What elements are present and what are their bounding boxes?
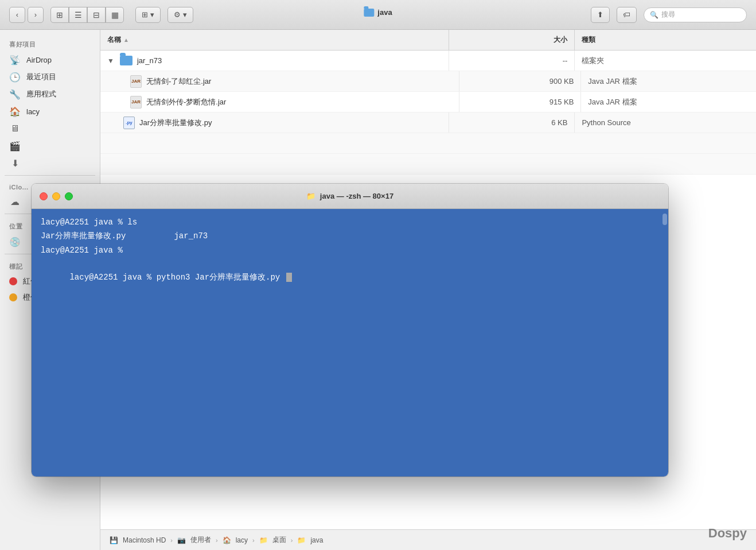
gallery-view-button[interactable]: ▦ — [106, 7, 124, 23]
sort-arrow: ▲ — [123, 37, 129, 43]
folder-icon — [364, 9, 374, 17]
orange-dot — [9, 293, 17, 301]
watermark-text: Dospy — [708, 526, 747, 540]
breadcrumb-users-icon: 📷 — [177, 536, 186, 544]
jar-icon-2: JAR — [130, 96, 142, 109]
settings-button[interactable]: ⚙ ▾ — [167, 7, 193, 23]
python-icon: .py — [123, 117, 135, 129]
sidebar-airdrop-label: AirDrop — [26, 56, 52, 64]
file-name-label: jar_n73 — [137, 56, 162, 65]
breadcrumb-sep-2: › — [216, 537, 218, 544]
forward-button[interactable]: › — [28, 7, 44, 23]
recents-icon: 🕒 — [9, 71, 21, 83]
breadcrumb-lacy: lacy — [236, 536, 248, 544]
minimize-button[interactable] — [52, 192, 60, 200]
breadcrumb-macintosh: Macintosh HD — [123, 536, 166, 544]
col-header-size[interactable]: 大小 — [449, 30, 575, 50]
terminal-line-4: lacy@A2251 java % python3 Jar分辨率批量修改.py — [41, 258, 659, 296]
breadcrumb-java-icon: 📁 — [297, 536, 306, 544]
file-name-cell: JAR 无情剑外传-梦断危情.jar — [100, 92, 459, 112]
red-dot — [9, 277, 17, 285]
breadcrumb-home-icon: 🏠 — [223, 536, 231, 544]
sidebar-item-apps[interactable]: 🔧 應用程式 — [0, 86, 100, 103]
file-kind-cell: Java JAR 檔案 — [581, 92, 756, 112]
cursor — [286, 273, 292, 282]
file-name-cell: .py Jar分辨率批量修改.py — [100, 113, 449, 133]
share-button[interactable]: ⬆ — [591, 7, 610, 23]
folder-icon-jar — [120, 56, 133, 65]
breadcrumb-java: java — [310, 536, 323, 544]
empty-row — [100, 154, 756, 175]
file-kind-cell: Java JAR 檔案 — [581, 71, 756, 91]
maximize-button[interactable] — [65, 192, 73, 200]
sidebar-item-downloads[interactable]: ⬇ — [0, 154, 100, 172]
column-headers: 名稱 ▲ 大小 種類 — [100, 30, 756, 51]
col-header-name[interactable]: 名稱 ▲ — [100, 30, 449, 50]
tag-icon: 🏷 — [623, 10, 630, 19]
sidebar-item-recents[interactable]: 🕒 最近項目 — [0, 68, 100, 86]
breadcrumb-users: 使用者 — [190, 535, 211, 545]
column-view-button[interactable]: ⊟ — [87, 7, 106, 23]
sidebar-item-movies[interactable]: 🎬 — [0, 137, 100, 154]
jar-icon-1: JAR — [130, 75, 142, 88]
table-row[interactable]: ▼ jar_n73 -- 檔案夾 — [100, 51, 756, 71]
file-name-label: Jar分辨率批量修改.py — [139, 118, 212, 128]
col-header-kind[interactable]: 種類 — [575, 30, 756, 50]
movies-icon: 🎬 — [9, 140, 21, 152]
expand-arrow[interactable]: ▼ — [107, 57, 114, 65]
favorites-section-title: 喜好項目 — [0, 36, 100, 51]
terminal-body[interactable]: lacy@A2251 java % ls Jar分辨率批量修改.py jar_n… — [32, 209, 668, 477]
terminal-scrollbar[interactable] — [663, 214, 667, 225]
breadcrumb-desktop-icon: 📁 — [259, 536, 268, 544]
file-name-label: 无情剑-了却红尘.jar — [146, 76, 211, 87]
empty-row — [100, 133, 756, 154]
sidebar-item-home[interactable]: 🏠 lacy — [0, 103, 100, 120]
terminal-window: 📁 java — -zsh — 80×17 lacy@A2251 java % … — [32, 184, 668, 477]
search-box[interactable]: 🔍 搜尋 — [644, 7, 747, 22]
col-name-label: 名稱 — [107, 35, 121, 45]
sidebar-item-airdrop[interactable]: 📡 AirDrop — [0, 51, 100, 68]
gear-icon: ⚙ — [174, 10, 181, 19]
list-view-button[interactable]: ☰ — [69, 7, 87, 23]
grid-icon: ⊞ — [142, 10, 148, 19]
search-placeholder: 搜尋 — [661, 10, 675, 20]
icloud-icon: ☁ — [9, 196, 21, 207]
close-button[interactable] — [40, 192, 48, 200]
icon-view-button[interactable]: ⊞ — [50, 7, 69, 23]
view-options-button[interactable]: ⊞ ▾ — [135, 7, 161, 23]
file-size-cell: -- — [449, 51, 575, 71]
terminal-line-2: Jar分辨率批量修改.py jar_n73 — [41, 230, 659, 242]
apps-icon: 🔧 — [9, 88, 21, 100]
share-icon: ⬆ — [597, 10, 603, 19]
terminal-titlebar: 📁 java — -zsh — 80×17 — [32, 184, 668, 209]
terminal-title-label: java — -zsh — 80×17 — [320, 192, 393, 200]
view-buttons: ⊞ ☰ ⊟ ▦ — [50, 7, 124, 23]
display-icon: 🖥 — [9, 123, 21, 134]
file-name-label: 无情剑外传-梦断危情.jar — [146, 97, 226, 107]
nav-buttons: ‹ › — [9, 7, 44, 23]
terminal-line-3: lacy@A2251 java % — [41, 244, 659, 257]
home-icon: 🏠 — [9, 106, 21, 117]
breadcrumb-sep-4: › — [291, 537, 293, 544]
terminal-folder-icon: 📁 — [306, 192, 315, 200]
table-row[interactable]: JAR 无情剑外传-梦断危情.jar 915 KB Java JAR 檔案 — [100, 92, 756, 113]
python-source-label: Python Source — [582, 118, 630, 127]
table-row[interactable]: .py Jar分辨率批量修改.py 6 KB Python Source — [100, 113, 756, 133]
airdrop-icon: 📡 — [9, 54, 21, 65]
terminal-line-1: lacy@A2251 java % ls — [41, 216, 659, 228]
file-size-cell: 6 KB — [449, 113, 575, 133]
col-kind-label: 種類 — [582, 35, 595, 45]
breadcrumb-disk-icon: 💾 — [110, 536, 118, 544]
chevron-down-icon: ▾ — [150, 10, 154, 19]
file-name-cell: JAR 无情剑-了却红尘.jar — [100, 71, 459, 91]
tag-button[interactable]: 🏷 — [617, 7, 637, 23]
downloads-icon: ⬇ — [9, 157, 21, 169]
file-size-cell: 915 KB — [459, 92, 581, 112]
sidebar-home-label: lacy — [26, 107, 40, 116]
back-icon: ‹ — [16, 10, 18, 19]
window-title: java — [364, 8, 392, 17]
finder-titlebar: ‹ › ⊞ ☰ ⊟ ▦ ⊞ ▾ ⚙ ▾ ⬆ 🏷 🔍 — [0, 0, 756, 30]
back-button[interactable]: ‹ — [9, 7, 25, 23]
sidebar-item-display[interactable]: 🖥 — [0, 120, 100, 137]
table-row[interactable]: JAR 无情剑-了却红尘.jar 900 KB Java JAR 檔案 — [100, 71, 756, 92]
